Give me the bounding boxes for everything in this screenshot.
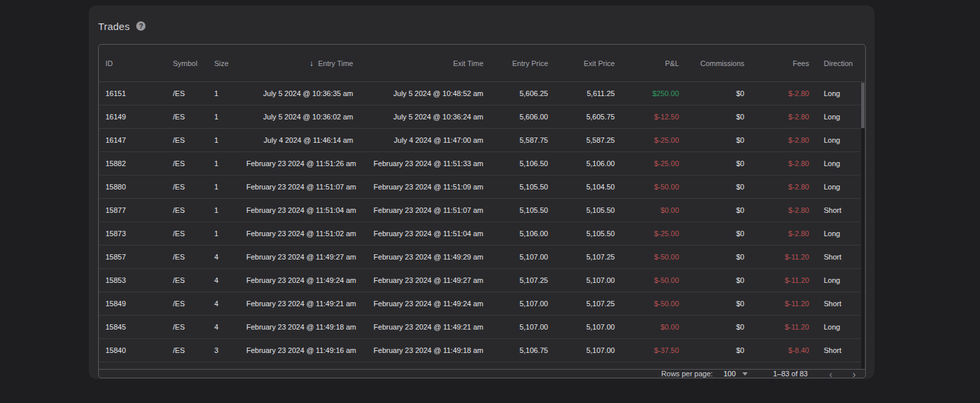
rows-per-page-select[interactable]: 100 <box>724 370 748 378</box>
table-row[interactable]: 15880/ES1February 23 2024 @ 11:51:07 amF… <box>99 175 865 199</box>
cell-exit_time: July 5 2024 @ 10:48:52 am <box>358 89 489 97</box>
column-header-label: P&L <box>665 59 679 67</box>
column-header-exit_time[interactable]: Exit Time <box>358 59 489 67</box>
cell-entry_time: February 23 2024 @ 11:49:24 am <box>241 276 358 284</box>
cell-exit_time: February 23 2024 @ 11:51:04 am <box>358 230 489 238</box>
column-header-direction[interactable]: Direction <box>814 59 865 67</box>
page-title: Trades <box>98 21 130 32</box>
cell-direction: Long <box>814 136 865 144</box>
cell-commissions: $0 <box>684 276 750 284</box>
cell-size: 1 <box>209 159 241 167</box>
cell-direction: Long <box>814 113 865 121</box>
cell-commissions: $0 <box>684 159 750 167</box>
cell-exit_price: 5,605.75 <box>553 113 620 121</box>
cell-direction: Short <box>814 300 865 308</box>
table-row[interactable]: 15845/ES4February 23 2024 @ 11:49:18 amF… <box>99 316 865 339</box>
table-row[interactable]: 15882/ES1February 23 2024 @ 11:51:26 amF… <box>99 152 865 175</box>
cell-size: 1 <box>209 206 241 214</box>
help-icon[interactable]: ? <box>136 21 146 31</box>
cell-id: 15853 <box>99 276 168 284</box>
cell-exit_price: 5,105.50 <box>553 230 620 238</box>
cell-direction: Long <box>814 230 865 238</box>
table-row[interactable]: 16149/ES1July 5 2024 @ 10:36:02 amJuly 5… <box>99 105 865 129</box>
column-header-label: Size <box>214 59 228 67</box>
trades-card: Trades ? IDSymbolSize↓Entry TimeExit Tim… <box>89 5 875 379</box>
cell-id: 16147 <box>99 136 168 144</box>
cell-commissions: $0 <box>684 89 750 97</box>
cell-entry_price: 5,107.25 <box>489 276 553 284</box>
cell-entry_time: February 23 2024 @ 11:49:16 am <box>241 346 358 354</box>
cell-entry_price: 5,107.00 <box>489 323 553 331</box>
cell-entry_price: 5,106.50 <box>489 159 553 167</box>
cell-fees: $-2.80 <box>750 183 814 191</box>
cell-fees: $-11.20 <box>750 276 814 284</box>
column-header-id[interactable]: ID <box>99 59 168 67</box>
cell-size: 4 <box>209 323 241 331</box>
cell-symbol: /ES <box>168 253 209 261</box>
scrollbar-thumb[interactable] <box>861 83 865 128</box>
cell-commissions: $0 <box>684 206 750 214</box>
cell-fees: $-11.20 <box>750 300 814 308</box>
cell-symbol: /ES <box>168 276 209 284</box>
column-header-label: Direction <box>824 59 852 67</box>
table-row[interactable]: 15857/ES4February 23 2024 @ 11:49:27 amF… <box>99 246 865 269</box>
cell-size: 1 <box>209 113 241 121</box>
table-row[interactable]: 15849/ES4February 23 2024 @ 11:49:21 amF… <box>99 292 865 316</box>
column-header-symbol[interactable]: Symbol <box>168 59 209 67</box>
cell-commissions: $0 <box>684 253 750 261</box>
cell-symbol: /ES <box>168 136 209 144</box>
cell-entry_time: July 5 2024 @ 10:36:35 am <box>241 89 358 97</box>
pagination-bar: Rows per page: 100 1–83 of 83 ‹ › <box>99 369 865 378</box>
cell-direction: Short <box>814 346 865 354</box>
cell-id: 15880 <box>99 183 168 191</box>
column-header-entry_time[interactable]: ↓Entry Time <box>241 59 358 68</box>
cell-pnl: $-50.00 <box>620 183 684 191</box>
cell-pnl: $0.00 <box>620 206 684 214</box>
cell-direction: Long <box>814 183 865 191</box>
cell-symbol: /ES <box>168 183 209 191</box>
cell-exit_price: 5,107.25 <box>553 300 620 308</box>
column-header-label: Symbol <box>173 59 198 67</box>
cell-entry_time: February 23 2024 @ 11:49:18 am <box>241 323 358 331</box>
column-header-entry_price[interactable]: Entry Price <box>489 59 553 67</box>
cell-symbol: /ES <box>168 113 209 121</box>
cell-entry_price: 5,107.00 <box>489 253 553 261</box>
cell-id: 16149 <box>99 113 168 121</box>
cell-size: 4 <box>209 300 241 308</box>
cell-exit_price: 5,611.25 <box>553 89 620 97</box>
column-header-fees[interactable]: Fees <box>750 59 814 67</box>
table-scrollbar[interactable] <box>861 83 865 369</box>
cell-fees: $-11.20 <box>750 323 814 331</box>
cell-entry_time: February 23 2024 @ 11:49:27 am <box>241 253 358 261</box>
cell-pnl: $-25.00 <box>620 136 684 144</box>
previous-page-button[interactable]: ‹ <box>828 370 834 378</box>
table-row[interactable]: 15853/ES4February 23 2024 @ 11:49:24 amF… <box>99 269 865 292</box>
cell-exit_price: 5,107.00 <box>553 323 620 331</box>
table-row[interactable]: 15873/ES1February 23 2024 @ 11:51:02 amF… <box>99 222 865 246</box>
cell-fees: $-2.80 <box>750 230 814 238</box>
table-row[interactable]: 16147/ES1July 4 2024 @ 11:46:14 amJuly 4… <box>99 129 865 152</box>
cell-direction: Long <box>814 276 865 284</box>
cell-symbol: /ES <box>168 346 209 354</box>
column-header-size[interactable]: Size <box>209 59 241 67</box>
cell-exit_time: February 23 2024 @ 11:51:09 am <box>358 183 489 191</box>
next-page-button[interactable]: › <box>851 370 857 378</box>
cell-pnl: $-12.50 <box>620 113 684 121</box>
column-header-exit_price[interactable]: Exit Price <box>553 59 620 67</box>
table-row[interactable]: 16151/ES1July 5 2024 @ 10:36:35 amJuly 5… <box>99 82 865 105</box>
cell-fees: $-11.20 <box>750 253 814 261</box>
cell-direction: Short <box>814 253 865 261</box>
column-header-pnl[interactable]: P&L <box>620 59 684 67</box>
card-header: Trades ? <box>98 17 866 35</box>
cell-exit_price: 5,107.00 <box>553 346 620 354</box>
cell-exit_time: February 23 2024 @ 11:49:18 am <box>358 346 489 354</box>
table-row[interactable]: 15877/ES1February 23 2024 @ 11:51:04 amF… <box>99 199 865 222</box>
cell-entry_price: 5,105.50 <box>489 183 553 191</box>
cell-entry_time: February 23 2024 @ 11:51:26 am <box>241 159 358 167</box>
table-row[interactable]: 15836/ES1February 23 2024 @ 11:49:13 amF… <box>99 362 865 369</box>
cell-entry_time: February 23 2024 @ 11:49:21 am <box>241 300 358 308</box>
cell-size: 4 <box>209 276 241 284</box>
table-row[interactable]: 15840/ES3February 23 2024 @ 11:49:16 amF… <box>99 339 865 362</box>
column-header-commissions[interactable]: Commissions <box>684 59 750 67</box>
cell-pnl: $-50.00 <box>620 253 684 261</box>
